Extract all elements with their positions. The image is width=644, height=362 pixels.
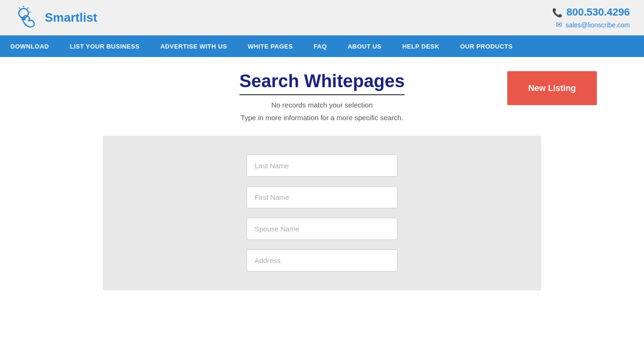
phone-number: 800.530.4296 <box>566 6 630 18</box>
logo-icon <box>14 5 40 31</box>
last-name-input[interactable] <box>247 155 397 177</box>
type-more-message: Type in more information for a more spec… <box>9 114 635 122</box>
search-form-area <box>103 136 541 290</box>
nav-download[interactable]: DOWNLOAD <box>0 35 59 57</box>
phone-icon <box>552 6 562 18</box>
nav-list-business[interactable]: LIST YOUR BUSINESS <box>59 35 150 57</box>
nav-helpdesk[interactable]: HELP DESK <box>392 35 450 57</box>
svg-line-6 <box>29 12 31 12</box>
nav-about[interactable]: ABOUT US <box>337 35 392 57</box>
nav-advertise[interactable]: ADVERTISE WITH US <box>150 35 237 57</box>
contact-email: sales@lionscribe.com <box>556 20 630 29</box>
svg-line-5 <box>27 8 28 8</box>
nav-products[interactable]: OUR PRODUCTS <box>450 35 523 57</box>
address-input[interactable] <box>247 249 397 272</box>
site-header: Smartlist 800.530.4296 sales@lionscribe.… <box>0 0 644 35</box>
nav-whitepages[interactable]: WHITE PAGES <box>238 35 304 57</box>
email-address: sales@lionscribe.com <box>566 21 630 29</box>
email-icon <box>556 20 562 29</box>
nav-faq[interactable]: FAQ <box>303 35 337 57</box>
logo-text: Smartlist <box>45 10 97 25</box>
page-title: Search Whitepages <box>239 71 405 95</box>
svg-line-7 <box>19 8 20 8</box>
new-listing-button[interactable]: New Listing <box>507 71 597 105</box>
first-name-input[interactable] <box>247 186 397 208</box>
main-content: Search Whitepages No records match your … <box>0 57 644 300</box>
main-nav: DOWNLOAD LIST YOUR BUSINESS ADVERTISE WI… <box>0 35 644 57</box>
logo-area: Smartlist <box>14 5 97 31</box>
contact-phone: 800.530.4296 <box>552 6 630 18</box>
contact-area: 800.530.4296 sales@lionscribe.com <box>552 6 630 29</box>
spouse-name-input[interactable] <box>247 218 397 240</box>
